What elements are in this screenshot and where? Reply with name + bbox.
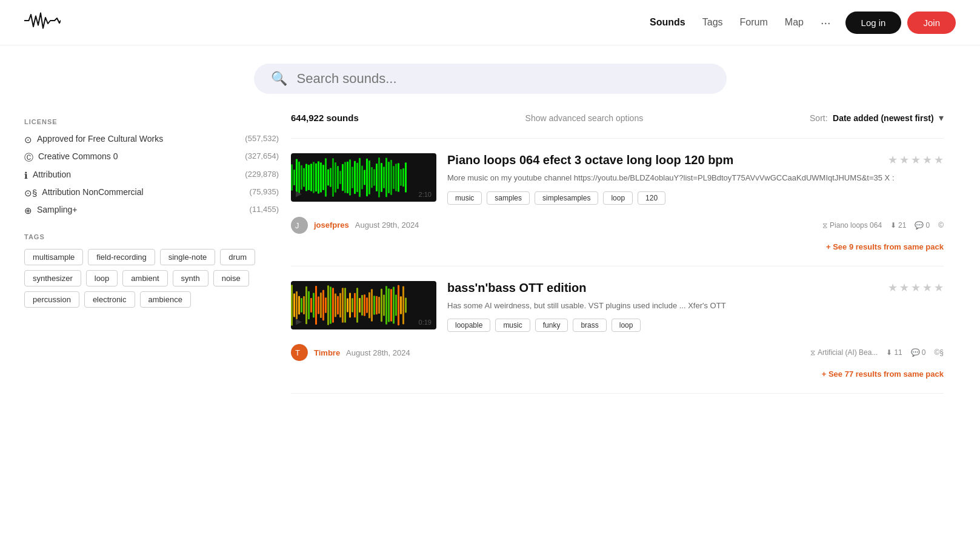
svg-rect-45	[398, 163, 399, 191]
svg-rect-49	[291, 217, 308, 234]
card-header-row-1: bass'n'bass OTT edition ★ ★ ★ ★ ★	[447, 281, 944, 300]
svg-rect-93	[390, 289, 392, 322]
card-tag-1-loop[interactable]: loop	[612, 319, 641, 332]
pack-name-0[interactable]: ⧖ Piano loops 064	[822, 221, 882, 230]
nav-forum[interactable]: Forum	[740, 17, 768, 28]
svg-rect-20	[337, 166, 339, 189]
nav-sounds[interactable]: Sounds	[650, 17, 685, 28]
duration-0: 2:10	[419, 191, 432, 198]
svg-rect-9	[310, 164, 312, 191]
card-tag-0-simplesamples[interactable]: simplesamples	[535, 191, 598, 205]
svg-rect-40	[385, 157, 387, 197]
tag-synthesizer[interactable]: synthesizer	[24, 270, 81, 286]
tag-loop[interactable]: loop	[86, 270, 118, 286]
svg-rect-33	[368, 160, 370, 194]
license-icon-0: ⊙	[24, 134, 32, 145]
license-item-4[interactable]: ⊕ Sampling+ (11,455)	[24, 205, 279, 216]
tag-synth[interactable]: synth	[173, 270, 208, 286]
navigation: Sounds Tags Forum Map ··· Log in Join	[0, 0, 980, 45]
search-input[interactable]	[297, 71, 710, 87]
star-4: ★	[922, 281, 932, 294]
nav-tags[interactable]: Tags	[702, 17, 723, 28]
card-tag-0-120[interactable]: 120	[638, 191, 665, 205]
play-button-1[interactable]: ▶	[296, 317, 302, 326]
sidebar: LICENSE ⊙ Approved for Free Cultural Wor…	[24, 106, 279, 394]
license-count-1: (327,654)	[245, 151, 279, 160]
svg-rect-48	[405, 162, 407, 192]
username-0[interactable]: josefpres	[314, 220, 349, 230]
tag-percussion[interactable]: percussion	[24, 291, 79, 308]
svg-rect-30	[361, 166, 363, 190]
svg-rect-38	[381, 163, 382, 192]
card-tag-1-music[interactable]: music	[495, 319, 530, 332]
card-tag-1-brass[interactable]: brass	[573, 319, 606, 332]
logo[interactable]	[24, 8, 61, 37]
license-item-0[interactable]: ⊙ Approved for Free Cultural Works (557,…	[24, 134, 279, 145]
svg-rect-7	[305, 164, 307, 191]
svg-rect-74	[344, 288, 346, 323]
join-button[interactable]: Join	[907, 12, 956, 34]
download-icon-1: ⬇	[886, 348, 892, 357]
see-pack-link-1[interactable]: + See 77 results from same pack	[822, 369, 944, 379]
svg-rect-47	[402, 168, 404, 187]
pack-label-0: Piano loops 064	[830, 221, 882, 230]
svg-rect-64	[320, 292, 322, 317]
svg-rect-82	[364, 294, 365, 316]
star-4: ★	[922, 153, 932, 167]
card-top-1: ▶ 0:19 bass'n'bass OTT edition ★ ★ ★ ★ ★	[291, 281, 944, 339]
cc-icon-1: ©§	[934, 348, 944, 357]
license-item-1[interactable]: Ⓒ Creative Commons 0 (327,654)	[24, 151, 279, 164]
username-1[interactable]: Timbre	[314, 348, 340, 357]
star-5: ★	[934, 281, 944, 294]
tag-drum[interactable]: drum	[220, 249, 255, 265]
sort-label: Sort:	[810, 113, 828, 123]
cc-icon-0: ©	[938, 221, 944, 230]
license-item-2[interactable]: ℹ Attribution (229,878)	[24, 170, 279, 181]
pack-name-1[interactable]: ⧖ Artificial (AI) Bea...	[810, 348, 878, 357]
star-rating-0[interactable]: ★ ★ ★ ★ ★	[888, 153, 944, 167]
svg-rect-12	[318, 161, 319, 194]
card-tag-1-funky[interactable]: funky	[535, 319, 568, 332]
tag-noise[interactable]: noise	[213, 270, 249, 286]
svg-text:T: T	[295, 348, 300, 357]
tag-field-recording[interactable]: field-recording	[88, 249, 155, 265]
see-pack-link-0[interactable]: + See 9 results from same pack	[826, 242, 944, 251]
tag-electronic[interactable]: electronic	[84, 291, 135, 308]
card-tag-0-music[interactable]: music	[447, 191, 482, 205]
svg-rect-76	[349, 293, 351, 317]
tag-single-note[interactable]: single-note	[160, 249, 216, 265]
play-button-0[interactable]: ▶	[296, 189, 302, 198]
svg-text:J: J	[295, 221, 299, 230]
svg-rect-23	[344, 162, 346, 193]
star-rating-1[interactable]: ★ ★ ★ ★ ★	[888, 281, 944, 294]
login-button[interactable]: Log in	[845, 12, 902, 34]
card-tag-0-loop[interactable]: loop	[603, 191, 633, 205]
card-tag-1-loopable[interactable]: loopable	[447, 319, 490, 332]
license-item-3[interactable]: ⊙§ Attribution NonCommercial (75,935)	[24, 187, 279, 199]
waveform-0[interactable]: ▶ 2:10	[291, 153, 436, 202]
tag-multisample[interactable]: multisample	[24, 249, 83, 265]
tag-ambience[interactable]: ambience	[140, 291, 191, 308]
nav-more[interactable]: ···	[821, 16, 831, 30]
advanced-search-link[interactable]: Show advanced search options	[525, 113, 644, 123]
nav-map[interactable]: Map	[785, 17, 804, 28]
svg-rect-46	[400, 169, 402, 186]
svg-rect-28	[356, 163, 358, 192]
card-tag-0-samples[interactable]: samples	[487, 191, 530, 205]
sort-control[interactable]: Sort: Date added (newest first) ▾	[810, 112, 944, 124]
svg-rect-34	[371, 167, 373, 188]
waveform-1[interactable]: ▶ 0:19	[291, 281, 436, 329]
svg-rect-57	[303, 296, 305, 314]
sort-value: Date added (newest first)	[833, 113, 933, 123]
card-title-0: Piano loops 064 efect 3 octave long loop…	[447, 153, 733, 167]
svg-rect-86	[373, 296, 375, 315]
svg-rect-80	[359, 298, 361, 313]
svg-rect-27	[354, 161, 356, 194]
svg-rect-13	[320, 162, 322, 193]
comments-1: 💬 0	[911, 348, 926, 357]
card-meta-1: T Timbre August 28th, 2024 ⧖ Artificial …	[291, 344, 944, 361]
license-section-label: LICENSE	[24, 118, 279, 125]
tag-ambient[interactable]: ambient	[122, 270, 167, 286]
svg-rect-8	[308, 165, 310, 190]
tags-grid: multisamplefield-recordingsingle-notedru…	[24, 249, 279, 308]
